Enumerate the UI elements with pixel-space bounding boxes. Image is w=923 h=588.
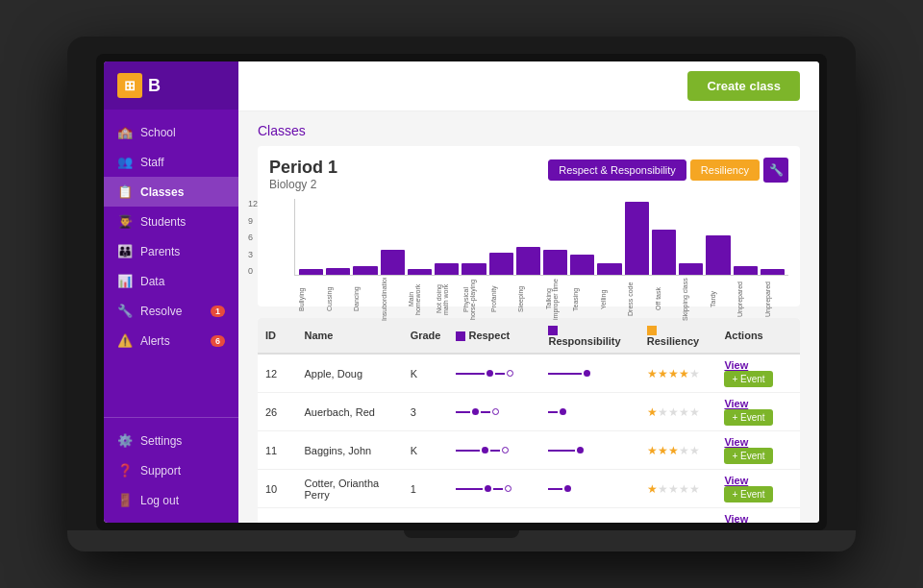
- x-label-12: Dress code: [627, 278, 652, 321]
- col-header-responsibility: Responsibility: [540, 318, 638, 354]
- sidebar-item-logout[interactable]: 🚪 Log out: [104, 485, 238, 515]
- content-area: Classes Period 1 Biology 2 Respect & Res…: [238, 111, 819, 523]
- cell-resiliency-1: ★★★★★: [639, 393, 717, 431]
- laptop-frame: ⊞ B 🏫 School 👥 Staff 📋 Classes: [67, 37, 856, 551]
- event-button-3[interactable]: + Event: [724, 486, 772, 502]
- event-button-0[interactable]: + Event: [724, 371, 772, 387]
- data-icon: 📊: [117, 274, 133, 288]
- view-button-4[interactable]: View: [724, 513, 748, 523]
- cell-respect-2: [448, 431, 540, 470]
- bar-14: [679, 263, 703, 275]
- cell-actions-1: View+ Event: [716, 393, 800, 431]
- y-label-0: 0: [248, 266, 258, 276]
- sidebar-label-support: Support: [140, 464, 181, 478]
- cell-id-2: 11: [258, 431, 296, 470]
- filter-settings-button[interactable]: 🔧: [763, 158, 788, 183]
- view-button-0[interactable]: View: [724, 359, 748, 371]
- cell-resiliency-3: ★★★★★: [639, 470, 717, 508]
- x-label-9: Talking improper time: [545, 278, 570, 321]
- bar-1: [326, 268, 350, 275]
- resolve-badge: 1: [211, 306, 225, 317]
- main-content: Create class Classes Period 1 Biology 2 …: [238, 61, 819, 523]
- cell-name-2: Baggins, John: [296, 431, 402, 470]
- bar-8: [516, 247, 540, 275]
- filter-respect-responsibility[interactable]: Respect & Responsibility: [548, 159, 686, 181]
- logo: ⊞ B: [104, 61, 238, 110]
- table-row: 1235Ford, Roger j4 ★★★★★View+ Event: [258, 508, 800, 523]
- sidebar-item-parents[interactable]: 👪 Parents: [104, 236, 238, 266]
- screen-bezel: ⊞ B 🏫 School 👥 Staff 📋 Classes: [96, 54, 827, 530]
- cell-resiliency-0: ★★★★★: [639, 354, 717, 393]
- col-header-grade: Grade: [403, 318, 449, 354]
- sidebar-item-school[interactable]: 🏫 School: [104, 117, 238, 147]
- cell-actions-0: View+ Event: [716, 354, 800, 393]
- table-row: 10Cotter, Oriantha Perry1 ★★★★★View+ Eve…: [258, 470, 800, 508]
- resolve-icon: 🔧: [117, 304, 133, 318]
- sidebar-label-alerts: Alerts: [140, 334, 170, 348]
- sidebar-label-school: School: [140, 126, 176, 139]
- sidebar-item-resolve[interactable]: 🔧 Resolve 1: [104, 296, 238, 326]
- students-icon: 👨‍🎓: [117, 214, 133, 229]
- bar-0: [299, 269, 323, 275]
- sidebar-label-students: Students: [140, 215, 186, 229]
- filter-resiliency[interactable]: Resiliency: [690, 159, 760, 181]
- sidebar-label-logout: Log out: [140, 494, 179, 507]
- bar-16: [734, 266, 758, 275]
- view-button-1[interactable]: View: [724, 398, 748, 409]
- event-button-1[interactable]: + Event: [724, 409, 772, 426]
- create-class-button[interactable]: Create class: [687, 71, 800, 101]
- view-button-3[interactable]: View: [724, 475, 748, 486]
- cell-name-4: Ford, Roger j: [296, 508, 402, 523]
- classes-icon: 📋: [117, 184, 133, 199]
- cell-responsibility-0: [540, 354, 638, 393]
- x-label-13: Off task: [655, 278, 680, 321]
- y-label-9: 9: [248, 216, 258, 226]
- cell-resiliency-2: ★★★★★: [639, 431, 717, 470]
- x-label-6: Physical horse-playing: [462, 278, 487, 321]
- col-header-id: ID: [258, 318, 296, 354]
- sidebar-item-staff[interactable]: 👥 Staff: [104, 147, 238, 177]
- x-label-1: Cussing: [326, 278, 351, 321]
- alerts-badge: 6: [211, 335, 225, 347]
- sidebar-item-classes[interactable]: 📋 Classes: [104, 177, 238, 207]
- bar-5: [435, 263, 459, 275]
- view-button-2[interactable]: View: [724, 436, 748, 448]
- col-header-actions: Actions: [716, 318, 800, 354]
- sidebar-item-alerts[interactable]: ⚠️ Alerts 6: [104, 326, 238, 355]
- cell-respect-0: [448, 354, 540, 393]
- period-title: Period 1: [269, 158, 337, 178]
- x-label-7: Profanity: [490, 278, 515, 321]
- data-table: ID Name Grade Respect Responsibility Res…: [258, 318, 800, 523]
- bar-12: [625, 202, 649, 275]
- sidebar-label-parents: Parents: [140, 245, 180, 258]
- cell-id-3: 10: [258, 470, 296, 508]
- sidebar-item-students[interactable]: 👨‍🎓 Students: [104, 207, 238, 236]
- logo-icon: ⊞: [117, 73, 142, 98]
- y-label-12: 12: [248, 199, 258, 208]
- cell-name-1: Auerbach, Red: [296, 393, 402, 431]
- bar-6: [462, 263, 486, 275]
- sidebar-item-support[interactable]: ❓ Support: [104, 455, 238, 485]
- bar-11: [597, 263, 621, 275]
- bar-3: [381, 250, 405, 275]
- parents-icon: 👪: [117, 244, 133, 258]
- sidebar-label-data: Data: [140, 275, 164, 288]
- sidebar-nav: 🏫 School 👥 Staff 📋 Classes 👨‍🎓 Students: [104, 110, 238, 417]
- alerts-icon: ⚠️: [117, 333, 133, 348]
- cell-name-3: Cotter, Oriantha Perry: [296, 470, 402, 508]
- table-header-row: ID Name Grade Respect Responsibility Res…: [258, 318, 800, 354]
- sidebar-label-staff: Staff: [140, 156, 163, 169]
- cell-respect-3: [448, 470, 540, 508]
- event-button-2[interactable]: + Event: [724, 448, 772, 464]
- bar-2: [353, 266, 377, 275]
- logout-icon: 🚪: [117, 493, 133, 507]
- sidebar-item-data[interactable]: 📊 Data: [104, 266, 238, 296]
- cell-actions-4: View+ Event: [716, 508, 800, 523]
- cell-respect-1: [448, 393, 540, 431]
- col-header-resiliency: Resiliency: [639, 318, 717, 354]
- cell-id-0: 12: [258, 354, 296, 393]
- sidebar-item-settings[interactable]: ⚙️ Settings: [104, 426, 238, 455]
- bars-container: [294, 199, 788, 276]
- col-header-name: Name: [296, 318, 402, 354]
- settings-icon: ⚙️: [117, 433, 133, 448]
